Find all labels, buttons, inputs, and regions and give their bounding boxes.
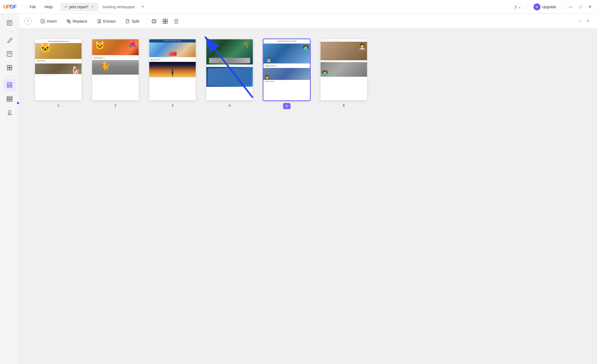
tab-add-button[interactable]: + bbox=[139, 3, 147, 11]
tab-active-label: pets report* bbox=[69, 5, 88, 9]
flatten-icon bbox=[151, 19, 157, 24]
sidebar-item-organize[interactable] bbox=[3, 92, 16, 105]
page-6-number: 6 bbox=[340, 103, 348, 108]
sidebar-item-pages[interactable] bbox=[3, 79, 16, 91]
svg-rect-9 bbox=[7, 68, 9, 70]
left-sidebar bbox=[0, 14, 19, 364]
sidebar-item-annotate[interactable] bbox=[3, 34, 16, 46]
page-5-card[interactable]: Improve Working Productivity in Using Ap… bbox=[263, 39, 310, 100]
tab-close-button[interactable]: × bbox=[90, 4, 94, 10]
split-label: Split bbox=[131, 19, 139, 23]
tabs-area: ✏ pets report* × banking whitepapar + bbox=[60, 3, 508, 11]
svg-rect-26 bbox=[152, 20, 156, 22]
svg-rect-10 bbox=[10, 68, 12, 70]
sidebar-item-view[interactable] bbox=[3, 61, 16, 74]
replace-label: Replace bbox=[73, 19, 87, 23]
sidebar-sep-2 bbox=[5, 76, 14, 76]
page-5-thumb: Improve Working Productivity in Using Ap… bbox=[263, 39, 310, 109]
content-area: ? Insert Replace Extract Split bbox=[19, 14, 597, 364]
sep-3 bbox=[562, 4, 563, 10]
page-4-card[interactable]: 🌴 Lorem ipsum dolor sit amet consectetur… bbox=[206, 39, 253, 100]
tab-inactive-label: banking whitepapar bbox=[103, 5, 135, 9]
svg-rect-30 bbox=[165, 19, 168, 21]
split-button[interactable]: Split bbox=[121, 17, 143, 25]
main-layout: ? Insert Replace Extract Split bbox=[0, 14, 597, 364]
pages-area: The Health and Mood-Boosting Benefits of… bbox=[19, 29, 597, 364]
toolbar-right: − + bbox=[577, 17, 592, 25]
close-button[interactable]: ✕ bbox=[586, 3, 594, 10]
insert-label: Insert bbox=[47, 19, 57, 23]
svg-rect-15 bbox=[7, 96, 12, 98]
page-6-card[interactable]: Lorem ipsum dolor sit amet consectetur a… bbox=[321, 39, 367, 100]
tab-counter[interactable]: 2 ⌄ bbox=[513, 4, 523, 10]
page-2-card[interactable]: 🐱 🌺 Lorem ipsum dolor sit amet consectet… bbox=[92, 39, 139, 100]
sidebar-item-edit[interactable] bbox=[3, 48, 16, 60]
maximize-button[interactable]: □ bbox=[577, 3, 584, 10]
toolbar-sep-1 bbox=[146, 18, 146, 25]
help-button[interactable]: ? bbox=[24, 18, 32, 25]
page-1-thumb: The Health and Mood-Boosting Benefits of… bbox=[35, 39, 82, 108]
flatten-button[interactable] bbox=[149, 16, 159, 26]
upgrade-label: Upgrade bbox=[542, 5, 556, 9]
svg-rect-23 bbox=[69, 21, 70, 23]
page-4-thumb: 🌴 Lorem ipsum dolor sit amet consectetur… bbox=[206, 39, 253, 108]
sidebar-sep-1 bbox=[5, 31, 14, 32]
tab-edit-icon: ✏ bbox=[65, 5, 68, 9]
svg-rect-31 bbox=[163, 21, 165, 23]
page-3-card[interactable]: A Key Phase in the History of Tourism Lo… bbox=[149, 39, 196, 100]
insert-icon bbox=[40, 19, 45, 24]
organize-icon bbox=[163, 19, 168, 24]
sep-1 bbox=[22, 4, 23, 10]
window-controls: — □ ✕ bbox=[566, 3, 594, 10]
page-6-thumb: Lorem ipsum dolor sit amet consectetur a… bbox=[321, 39, 367, 108]
page-3-number: 3 bbox=[169, 103, 176, 108]
page-1-number: 1 bbox=[55, 103, 62, 108]
svg-rect-12 bbox=[10, 83, 12, 85]
split-icon bbox=[125, 19, 130, 24]
svg-rect-11 bbox=[7, 83, 9, 85]
extract-button[interactable]: Extract bbox=[93, 17, 120, 25]
sep-2 bbox=[527, 4, 527, 10]
svg-rect-7 bbox=[7, 65, 9, 67]
tab-active[interactable]: ✏ pets report* × bbox=[60, 3, 99, 11]
titlebar: UPDF File Help ✏ pets report* × banking … bbox=[0, 0, 597, 14]
organize-page-button[interactable] bbox=[160, 16, 170, 26]
chevron-down-icon: ⌄ bbox=[518, 5, 521, 9]
svg-rect-16 bbox=[7, 98, 12, 100]
svg-rect-17 bbox=[7, 100, 12, 101]
sidebar-item-stamp[interactable] bbox=[3, 106, 16, 119]
page-4-number: 4 bbox=[226, 103, 233, 108]
svg-rect-8 bbox=[10, 65, 12, 67]
svg-rect-32 bbox=[165, 21, 168, 23]
delete-button[interactable] bbox=[171, 16, 181, 26]
upgrade-button[interactable]: U Upgrade bbox=[531, 2, 559, 11]
menu-help[interactable]: Help bbox=[41, 3, 56, 10]
page-2-thumb: 🐱 🌺 Lorem ipsum dolor sit amet consectet… bbox=[92, 39, 139, 108]
zoom-out-button[interactable]: − bbox=[577, 17, 584, 25]
extract-label: Extract bbox=[103, 19, 116, 23]
sidebar-item-read[interactable] bbox=[3, 16, 16, 29]
svg-rect-22 bbox=[67, 19, 69, 21]
zoom-in-button[interactable]: + bbox=[585, 17, 592, 25]
page-5-number: 5 bbox=[283, 103, 291, 109]
active-indicator-dot bbox=[17, 102, 19, 104]
extract-icon bbox=[97, 19, 102, 24]
app-logo: UPDF bbox=[3, 4, 16, 10]
page-2-number: 2 bbox=[112, 103, 119, 108]
insert-button[interactable]: Insert bbox=[36, 17, 61, 25]
svg-point-18 bbox=[8, 110, 11, 113]
page-3-thumb: A Key Phase in the History of Tourism Lo… bbox=[149, 39, 196, 108]
avatar: U bbox=[534, 3, 540, 10]
tab-count-label: 2 bbox=[515, 5, 517, 9]
svg-rect-13 bbox=[7, 86, 9, 87]
minimize-button[interactable]: — bbox=[566, 3, 575, 10]
tab-inactive[interactable]: banking whitepapar bbox=[99, 3, 139, 11]
toolbar: ? Insert Replace Extract Split bbox=[19, 14, 597, 29]
replace-button[interactable]: Replace bbox=[62, 17, 92, 25]
trash-icon bbox=[174, 19, 179, 24]
svg-rect-14 bbox=[10, 86, 12, 87]
replace-icon bbox=[66, 19, 71, 24]
svg-rect-29 bbox=[163, 19, 165, 21]
menu-file[interactable]: File bbox=[26, 3, 39, 10]
page-1-card[interactable]: The Health and Mood-Boosting Benefits of… bbox=[35, 39, 82, 100]
